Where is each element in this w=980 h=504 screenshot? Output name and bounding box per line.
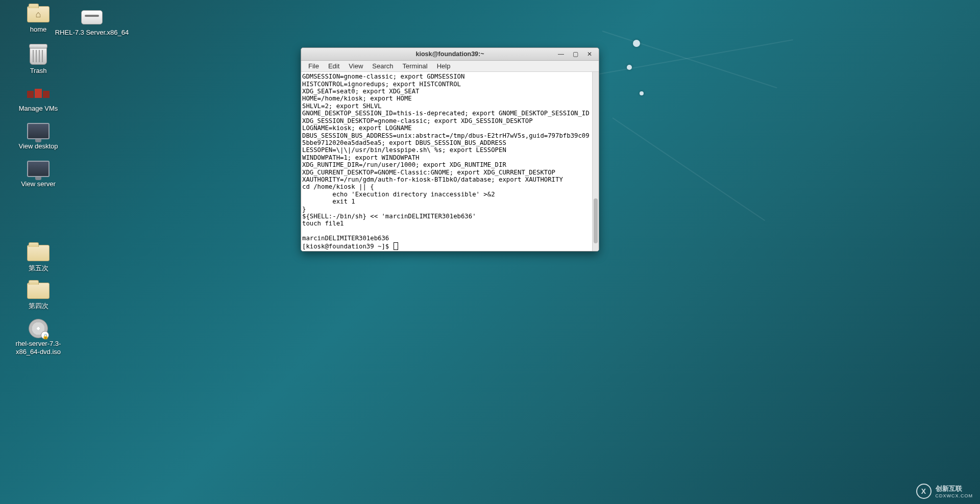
icon-label: Trash <box>30 67 47 75</box>
deco-line <box>612 117 765 221</box>
desktop-icon-folder4[interactable]: 第四次 <box>10 282 66 310</box>
close-button[interactable]: ✕ <box>582 48 597 60</box>
terminal-body-wrap: GDMSESSION=gnome-classic; export GDMSESS… <box>301 72 599 251</box>
watermark-sub: CDXWCX.COM <box>936 493 973 498</box>
monitor-icon <box>27 160 50 178</box>
menu-edit[interactable]: Edit <box>324 61 344 71</box>
terminal-cursor <box>394 242 398 250</box>
window-controls: — ▢ ✕ <box>554 48 597 60</box>
deco-dot <box>633 40 640 47</box>
desktop-icon-view-desktop[interactable]: View desktop <box>10 122 66 150</box>
vm-icon <box>27 84 50 103</box>
iso-icon <box>27 319 50 338</box>
deco-dot <box>640 91 644 95</box>
folder-home-icon <box>27 5 50 23</box>
desktop-icon-manage-vms[interactable]: Manage VMs <box>10 84 66 113</box>
terminal-prompt: [kiosk@foundation39 ~]$ <box>302 243 393 250</box>
titlebar[interactable]: kiosk@foundation39:~ — ▢ ✕ <box>301 48 599 61</box>
icon-label: Manage VMs <box>19 105 58 113</box>
minimize-button[interactable]: — <box>554 48 568 60</box>
deco-dot <box>627 65 632 70</box>
desktop[interactable]: home RHEL-7.3 Server.x86_64 Trash Manage… <box>0 0 980 504</box>
watermark-text: 创新互联 CDXWCX.COM <box>936 484 973 498</box>
menu-help[interactable]: Help <box>433 61 455 71</box>
desktop-icon-trash[interactable]: Trash <box>10 46 66 75</box>
desktop-icons: home RHEL-7.3 Server.x86_64 Trash Manage… <box>10 5 133 366</box>
watermark-main: 创新互联 <box>936 484 973 493</box>
menu-file[interactable]: File <box>304 61 323 71</box>
icon-label: RHEL-7.3 Server.x86_64 <box>55 29 129 37</box>
icon-label: 第四次 <box>29 302 48 310</box>
spacer <box>10 198 133 244</box>
terminal-output[interactable]: GDMSESSION=gnome-classic; export GDMSESS… <box>301 72 592 251</box>
menu-view[interactable]: View <box>345 61 367 71</box>
menubar: File Edit View Search Terminal Help <box>301 61 599 72</box>
disk-icon <box>80 8 104 27</box>
folder-icon <box>27 282 50 300</box>
icon-label: rhel-server-7.3-x86_64-dvd.iso <box>10 340 66 357</box>
deco-line <box>602 31 777 88</box>
trash-icon <box>27 46 50 65</box>
watermark: X 创新互联 CDXWCX.COM <box>916 484 973 499</box>
scrollbar-thumb[interactable] <box>594 198 598 243</box>
terminal-scrollbar[interactable] <box>592 72 599 251</box>
deco-line <box>582 39 793 78</box>
desktop-icon-folder5[interactable]: 第五次 <box>10 244 66 272</box>
monitor-icon <box>27 122 50 140</box>
maximize-button[interactable]: ▢ <box>568 48 582 60</box>
desktop-icon-view-server[interactable]: View server <box>10 160 66 188</box>
desktop-icon-rhel-iso[interactable]: rhel-server-7.3-x86_64-dvd.iso <box>10 319 66 357</box>
menu-search[interactable]: Search <box>368 61 397 71</box>
terminal-window[interactable]: kiosk@foundation39:~ — ▢ ✕ File Edit Vie… <box>301 47 599 251</box>
icon-label: 第五次 <box>29 264 48 272</box>
menu-terminal[interactable]: Terminal <box>399 61 432 71</box>
icon-label: View desktop <box>18 142 58 150</box>
folder-icon <box>27 244 50 262</box>
watermark-logo-icon: X <box>916 484 932 499</box>
icon-label: home <box>30 26 47 34</box>
icon-label: View server <box>21 180 56 188</box>
desktop-icon-rhel-disk[interactable]: RHEL-7.3 Server.x86_64 <box>46 8 138 37</box>
